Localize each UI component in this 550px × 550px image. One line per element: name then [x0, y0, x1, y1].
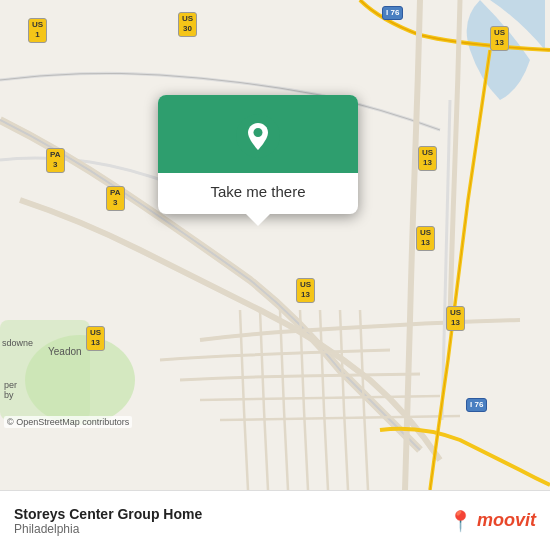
- popup-header: [158, 95, 358, 173]
- shield-us1: US1: [28, 18, 47, 43]
- svg-point-4: [254, 128, 263, 137]
- shield-us30-top: US30: [178, 12, 197, 37]
- location-info: Storeys Center Group Home Philadelphia: [14, 506, 202, 536]
- shield-pa3-mid: PA3: [106, 186, 125, 211]
- shield-us13-bottom-right: US13: [446, 306, 465, 331]
- shield-pa3-left: PA3: [46, 148, 65, 173]
- location-pin-icon: [235, 113, 281, 159]
- location-subtitle: Philadelphia: [14, 522, 202, 536]
- svg-rect-2: [0, 320, 90, 420]
- label-per-by: perby: [4, 380, 17, 400]
- take-me-there-button[interactable]: Take me there: [158, 173, 358, 214]
- bottom-bar: Storeys Center Group Home Philadelphia 📍…: [0, 490, 550, 550]
- shield-us13-bottom-left: US13: [86, 326, 105, 351]
- shield-us13-mid-right: US13: [418, 146, 437, 171]
- shield-us13-bottom-mid: US13: [296, 278, 315, 303]
- shield-i76-bottom: I 76: [466, 398, 487, 412]
- moovit-logo: 📍 moovit: [448, 509, 536, 533]
- map-container: US1 US30 I 76 US13 PA3 PA3 US30 US13 US1…: [0, 0, 550, 490]
- moovit-pin-icon: 📍: [448, 509, 473, 533]
- label-yeadon: Yeadon: [48, 346, 82, 357]
- shield-i76-top: I 76: [382, 6, 403, 20]
- location-title: Storeys Center Group Home: [14, 506, 202, 522]
- label-lsdowne: sdowne: [2, 338, 33, 348]
- osm-attribution: © OpenStreetMap contributors: [4, 416, 132, 428]
- shield-us13-right2: US13: [416, 226, 435, 251]
- shield-us13-top: US13: [490, 26, 509, 51]
- moovit-brand-text: moovit: [477, 510, 536, 531]
- popup-card: Take me there: [158, 95, 358, 214]
